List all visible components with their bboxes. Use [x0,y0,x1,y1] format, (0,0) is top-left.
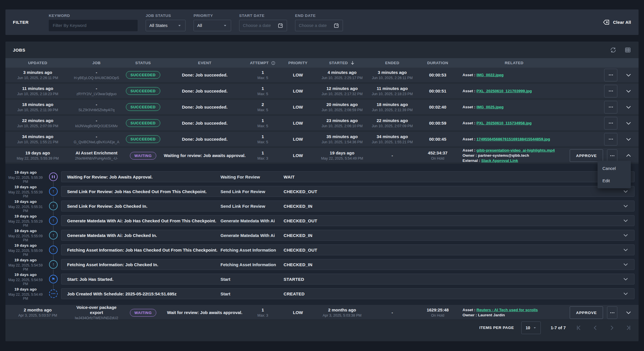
jobs-panel: JOBS UPDATED JOB STA [5,42,639,341]
column-header-ended[interactable]: ENDED [368,61,417,65]
timeline-state: CHECKED_IN [284,204,623,209]
timeline-node [46,259,61,270]
chevron-down-icon[interactable] [623,276,629,282]
column-header-priority[interactable]: PRIORITY [279,61,317,65]
related-asset-link[interactable]: PXL_20250610_115734958.jpg [477,121,532,125]
last-page-button[interactable] [625,325,632,331]
chevron-down-icon[interactable] [623,232,629,238]
row-menu-button[interactable] [607,149,617,162]
priority-cell: LOW [279,89,317,94]
expand-toggle[interactable] [618,88,639,94]
timeline-event-card: Send Link For Review: Job Has Checked Ou… [61,186,635,197]
timeline-state: CHECKED_IN [284,233,623,238]
column-header-status[interactable]: STATUS [123,61,163,65]
column-header-related[interactable]: RELATED [458,61,570,65]
row-menu-button[interactable] [604,85,617,97]
chevron-down-icon[interactable] [623,291,629,297]
timeline-node [46,244,61,255]
ended-cell: 11 minutes ago Jun 10, 2025, 2:18:23 PM [368,86,417,96]
event-cell: Done: Job succeeded. [163,121,246,126]
sort-desc-arrow-icon[interactable] [350,60,355,65]
related-owner-text: partner-systems@qibb.tech [478,153,529,158]
chevron-down-icon[interactable] [623,247,629,253]
table-row[interactable]: 22 minutes ago Jun 10, 2025, 2:07:09 PM … [5,116,639,130]
items-per-page-value: 10 [526,325,530,330]
row-menu-button[interactable] [604,133,617,146]
table-row[interactable]: 18 minutes ago Jun 10, 2025, 2:11:39 PM … [5,100,639,114]
column-header-event[interactable]: EVENT [163,61,246,65]
related-asset-link[interactable]: gibb-presentation-video_ai-highlights.mp… [477,148,555,152]
timeline-node [46,215,61,226]
chevron-down-icon[interactable] [623,189,629,194]
column-header-attempt[interactable]: ATTEMPT [246,61,279,65]
table-row[interactable]: 2 months ago Apr 3, 2025, 5:03:57 PM Voi… [5,305,639,319]
job-status-select[interactable]: All States [146,20,186,31]
column-header-started[interactable]: STARTED [317,60,368,65]
timeline-event-card: Fetching Asset Information: Job Has Chec… [61,244,635,255]
job-status-label: JOB STATUS [146,13,186,18]
expand-toggle[interactable] [618,72,639,78]
expand-toggle[interactable] [618,120,639,126]
row-menu-button[interactable] [604,117,617,130]
column-settings-table-icon[interactable] [625,47,631,53]
actions-cell [570,85,618,97]
timeline-entry: 19 days ago May 22, 2025, 5:55:29 PM Gen… [5,215,639,226]
expand-toggle[interactable] [618,152,639,159]
menu-item-edit[interactable]: Edit [598,174,631,187]
approve-button[interactable]: APPROVE [570,306,603,319]
timeline-event-card: Generate Matedata With Ai: Job Checked I… [61,230,635,241]
approve-button[interactable]: APPROVE [570,149,603,162]
jobs-header-icons [610,47,631,53]
calendar-icon[interactable] [333,23,339,28]
timeline-event-icon [49,246,58,254]
menu-item-cancel[interactable]: Cancel [598,162,631,174]
related-asset-link[interactable]: Reuters - AI Tech used for scrolls [477,308,538,312]
status-badge: SUCCEEDED [126,135,160,143]
start-date-placeholder: Choose a date [243,23,271,28]
row-menu-button[interactable] [607,306,617,319]
end-date-input[interactable]: Choose a date [295,20,343,31]
chevron-down-icon[interactable] [623,218,629,223]
items-per-page-label: ITEMS PER PAGE [479,325,514,330]
timeline-event-text: Fetching Asset Information: Job Checked … [67,262,220,267]
info-icon[interactable] [271,61,276,65]
column-header-updated[interactable]: UPDATED [5,61,70,65]
refresh-button[interactable] [610,47,616,53]
related-asset-link[interactable]: IMG_0025.jpeg [477,105,504,109]
clear-all-button[interactable]: Clear All [603,19,631,26]
related-asset-link[interactable]: 1749556456867615169188415544859.jpg [477,137,550,141]
row-menu-button[interactable] [604,69,617,81]
table-row[interactable]: 11 minutes ago Jun 10, 2025, 2:18:23 PM … [5,84,639,98]
related-external-link[interactable]: Slack Approval Link [481,158,518,163]
keyword-input[interactable] [49,20,138,31]
table-row[interactable]: 34 minutes ago Jun 10, 2025, 1:55:21 PM … [5,132,639,146]
priority-select[interactable]: All [194,20,231,31]
items-per-page-select[interactable]: 10 [521,321,541,334]
column-header-job[interactable]: JOB [70,61,123,65]
timeline-event-card: Waiting For Review: Job Awaits Approval.… [61,171,635,182]
actions-cell: APPROVE [570,149,618,162]
status-cell: SUCCEEDED [123,87,163,95]
expand-toggle[interactable] [618,104,639,110]
timeline-state: CHECKED_OUT [284,248,623,252]
related-asset-link[interactable]: PXL_20250610_121703999.jpg [477,89,532,93]
calendar-icon[interactable] [278,23,283,28]
started-cell: 23 minutes ago Jun 10, 2025, 2:06:10 PM [317,118,368,128]
expand-toggle[interactable] [618,136,639,142]
table-row[interactable]: 19 days ago May 22, 2025, 5:55:39 PM AI … [5,148,639,162]
column-header-duration[interactable]: DURATION [417,61,458,65]
timeline-event-text: Start: Job Has Started. [67,277,220,282]
jobs-title: JOBS [13,48,25,52]
chevron-down-icon[interactable] [623,203,629,209]
next-page-button[interactable] [609,325,615,331]
row-menu-button[interactable] [604,101,617,113]
ended-cell: 18 minutes ago Jun 10, 2025, 2:11:39 PM [368,102,417,112]
table-row[interactable]: 3 minutes ago Jun 10, 2025, 2:26:11 PM -… [5,68,639,82]
start-date-input[interactable]: Choose a date [239,20,287,31]
timeline-event-text: Generate Matedata With Ai: Job Checked I… [67,233,220,238]
expand-toggle[interactable] [618,309,639,316]
previous-page-button[interactable] [592,325,598,331]
chevron-down-icon[interactable] [623,262,629,267]
related-asset-link[interactable]: IMG_0022.jpeg [477,73,504,77]
first-page-button[interactable] [575,325,582,331]
